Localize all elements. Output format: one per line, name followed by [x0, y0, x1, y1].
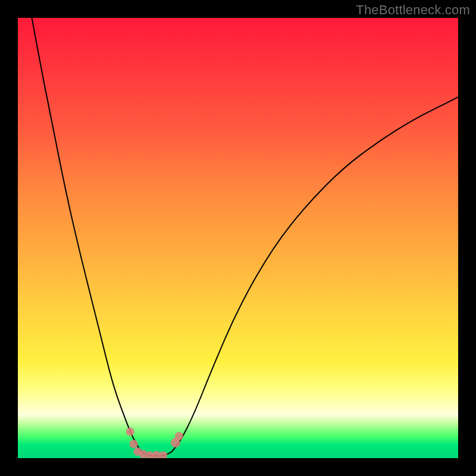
curve-marker [175, 432, 183, 440]
curve-markers [126, 428, 183, 458]
bottleneck-curve [31, 18, 458, 456]
curve-marker [130, 440, 138, 448]
plot-area [18, 18, 458, 458]
chart-root: TheBottleneck.com [0, 0, 476, 476]
curve-svg [18, 18, 458, 458]
watermark-text: TheBottleneck.com [356, 2, 470, 18]
curve-marker [126, 428, 134, 436]
curve-marker [159, 452, 167, 458]
